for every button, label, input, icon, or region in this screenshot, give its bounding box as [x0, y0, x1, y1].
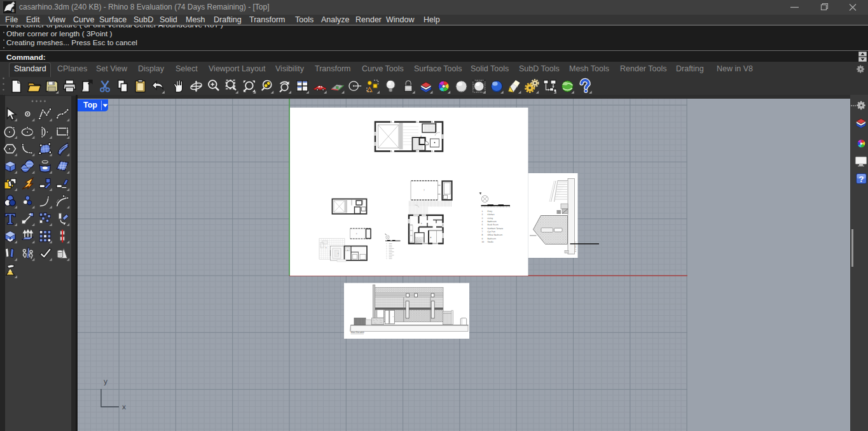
svg-text:6: 6: [482, 227, 483, 230]
svg-text:4: 4: [420, 135, 422, 138]
svg-text:South Elevation: South Elevation: [575, 241, 577, 252]
svg-text:West Elevation: West Elevation: [351, 331, 364, 334]
svg-text:7: 7: [482, 230, 483, 233]
svg-text:8: 8: [12, 9, 15, 13]
svg-text:Bedroom: Bedroom: [488, 237, 497, 240]
svg-text:2: 2: [482, 213, 483, 216]
svg-text:3: 3: [482, 217, 483, 220]
svg-text:Book Room: Book Room: [488, 223, 499, 226]
svg-text:Office/ Bedroom: Office/ Bedroom: [488, 234, 503, 236]
svg-text:?: ?: [859, 174, 864, 184]
svg-text:y: y: [104, 377, 107, 386]
svg-text:4: 4: [482, 220, 483, 223]
svg-text:x: x: [122, 402, 126, 411]
svg-text:Car Port: Car Port: [488, 230, 495, 233]
svg-text:8: 8: [482, 234, 483, 236]
svg-text:Kitchen: Kitchen: [488, 213, 495, 216]
svg-text:Studio: Studio: [488, 241, 494, 243]
svg-text:Living: Living: [488, 217, 493, 220]
svg-text:10: 10: [482, 241, 485, 243]
svg-text:Northern Terrace: Northern Terrace: [488, 227, 504, 230]
svg-text:Entry: Entry: [488, 210, 493, 213]
svg-text:1: 1: [482, 210, 483, 213]
svg-text:7: 7: [424, 189, 425, 192]
svg-text:9: 9: [482, 237, 483, 240]
svg-text:Bathroom: Bathroom: [488, 220, 497, 223]
svg-text:5: 5: [482, 223, 483, 226]
